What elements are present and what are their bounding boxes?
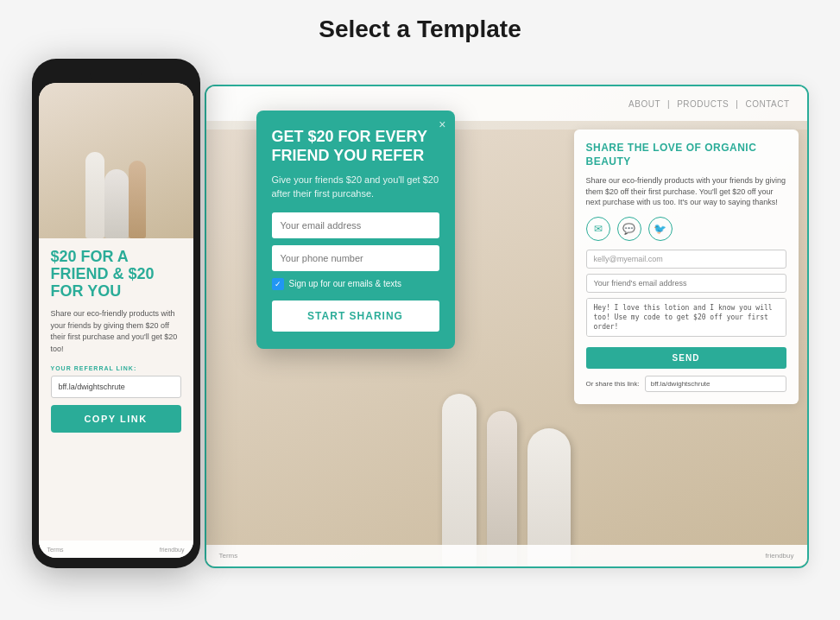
email-icon: ✉	[594, 223, 603, 235]
share-link-label: Or share this link:	[586, 380, 640, 388]
modal-popup: × GET $20 FOR EVERY FRIEND YOU REFER Giv…	[256, 111, 455, 349]
phone-footer-brand: friendbuy	[160, 547, 185, 553]
product-bottles	[442, 394, 571, 566]
modal-close-button[interactable]: ×	[439, 117, 445, 131]
phone-copy-button[interactable]: COPY LINK	[51, 405, 181, 433]
preview-area: ABOUT | PRODUCTS | CONTACT SHARE THE LOV…	[32, 59, 809, 594]
phone-body: Share our eco-friendly products with you…	[51, 308, 181, 355]
desktop-footer-brand: friendbuy	[766, 552, 794, 560]
modal-checkbox[interactable]: ✓	[272, 278, 284, 290]
desktop-footer: Terms friendbuy	[206, 545, 807, 566]
phone-content: $20 FOR A FRIEND & $20 FOR YOU Share our…	[39, 238, 193, 443]
twitter-social-icon[interactable]: 🐦	[648, 217, 673, 241]
chat-icon: 💬	[622, 223, 635, 235]
phone-footer: Terms friendbuy	[39, 541, 193, 558]
modal-title: GET $20 FOR EVERY FRIEND YOU REFER	[272, 128, 439, 165]
phone-footer-terms[interactable]: Terms	[47, 547, 64, 553]
page-title: Select a Template	[319, 16, 521, 43]
modal-checkbox-label: Sign up for our emails & texts	[289, 279, 402, 288]
nav-contact[interactable]: CONTACT	[745, 99, 789, 109]
phone-referral-link-input[interactable]	[51, 376, 181, 398]
panel-description: Share our eco-friendly products with you…	[586, 175, 786, 208]
phone-bottle-2	[104, 169, 129, 238]
panel-message-textarea[interactable]: Hey! I love this lotion and I know you w…	[586, 298, 786, 337]
bottle-1	[442, 394, 477, 566]
panel-friend-email-input[interactable]	[586, 274, 786, 293]
nav-about[interactable]: ABOUT	[628, 99, 660, 109]
panel-title: SHARE THE LOVE OF ORGANIC BEAUTY	[586, 142, 786, 168]
phone-headline: $20 FOR A FRIEND & $20 FOR YOU	[51, 249, 181, 300]
nav-products[interactable]: PRODUCTS	[677, 99, 729, 109]
phone-preview: $20 FOR A FRIEND & $20 FOR YOU Share our…	[32, 59, 200, 568]
modal-subtitle: Give your friends $20 and you'll get $20…	[272, 174, 439, 200]
modal-checkbox-row: ✓ Sign up for our emails & texts	[272, 278, 439, 290]
email-social-icon[interactable]: ✉	[586, 217, 610, 241]
share-link-input[interactable]	[645, 376, 786, 392]
desktop-footer-terms[interactable]: Terms	[219, 552, 238, 560]
phone-screen: $20 FOR A FRIEND & $20 FOR YOU Share our…	[39, 83, 193, 558]
phone-hero-bg	[39, 83, 193, 238]
share-link-row: Or share this link:	[586, 376, 786, 392]
twitter-icon: 🐦	[654, 223, 666, 235]
nav-sep1: |	[667, 99, 670, 109]
chat-social-icon[interactable]: 💬	[617, 217, 641, 241]
phone-bottle-3	[129, 161, 146, 238]
panel-email-input[interactable]	[586, 250, 786, 269]
desktop-right-panel: SHARE THE LOVE OF ORGANIC BEAUTY Share o…	[574, 130, 799, 404]
social-icons: ✉ 💬 🐦	[586, 217, 786, 241]
panel-send-button[interactable]: SEND	[586, 347, 786, 369]
bottle-2	[487, 411, 517, 566]
phone-referral-label: YOUR REFERRAL LINK:	[51, 365, 181, 371]
phone-bottle-1	[85, 152, 104, 238]
checkbox-check-icon: ✓	[275, 280, 281, 288]
modal-cta-button[interactable]: START SHARING	[272, 301, 439, 332]
modal-email-input[interactable]	[272, 212, 439, 238]
modal-phone-input[interactable]	[272, 245, 439, 271]
nav-sep2: |	[736, 99, 738, 109]
phone-notch	[90, 69, 142, 81]
